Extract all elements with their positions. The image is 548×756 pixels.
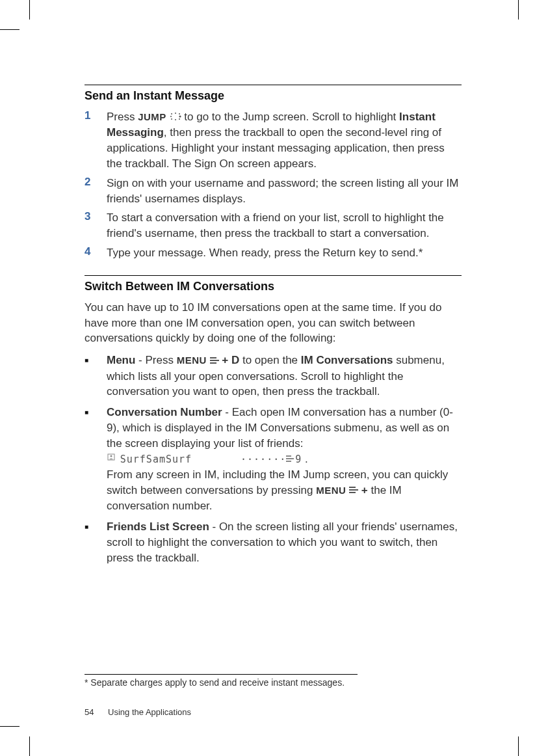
menu-small-icon — [286, 452, 295, 467]
svg-rect-13 — [286, 455, 291, 457]
crop-mark — [29, 0, 30, 20]
section-title-send-im: Send an Instant Message — [85, 89, 462, 103]
section-title-switch: Switch Between IM Conversations — [85, 280, 462, 293]
step-body: To start a conversation with a friend on… — [107, 210, 462, 241]
sample-number: 9 — [295, 453, 302, 465]
svg-rect-18 — [349, 492, 356, 493]
step-3: 3 To start a conversation with a friend … — [85, 210, 462, 241]
svg-rect-10 — [210, 362, 216, 364]
svg-point-12 — [111, 455, 112, 457]
bullet-body: Menu - Press MENU + D to open the IM Con… — [107, 353, 462, 399]
menu-key-label: MENU — [316, 485, 346, 496]
chapter-name: Using the Applications — [108, 707, 191, 717]
bullet-friends-list: ■ Friends List Screen - On the screen li… — [85, 519, 462, 565]
section-intro: You can have up to 10 IM conversations o… — [85, 300, 462, 346]
bullet-list: ■ Menu - Press MENU + D to open the IM C… — [85, 353, 462, 565]
bullet-body: Friends List Screen - On the screen list… — [107, 519, 462, 565]
svg-rect-9 — [210, 360, 219, 361]
footnote-rule — [85, 674, 358, 675]
step-1: 1 Press JUMP to go to the Jump screen. S… — [85, 109, 462, 172]
buddy-icon — [107, 452, 117, 467]
svg-rect-14 — [286, 458, 294, 459]
steps-list: 1 Press JUMP to go to the Jump screen. S… — [85, 109, 462, 261]
svg-rect-8 — [210, 357, 216, 358]
crop-mark — [0, 29, 20, 30]
conversation-number-label: Conversation Number — [107, 406, 222, 418]
bullet-conversation-number: ■ Conversation Number - Each open IM con… — [85, 405, 462, 514]
bullet-icon: ■ — [85, 405, 107, 514]
footnote-text: * Separate charges apply to send and rec… — [85, 677, 462, 688]
crop-mark — [518, 736, 519, 756]
svg-point-5 — [171, 118, 172, 120]
svg-point-1 — [175, 113, 176, 114]
bullet-body: Conversation Number - Each open IM conve… — [107, 405, 462, 514]
step-body: Type your message. When ready, press the… — [107, 245, 423, 261]
svg-rect-16 — [349, 487, 356, 488]
page-content: Send an Instant Message 1 Press JUMP to … — [85, 85, 462, 571]
im-conversations-label: IM Conversations — [301, 354, 393, 366]
crop-mark — [518, 0, 519, 20]
bullet-icon: ■ — [85, 353, 107, 399]
step-body: Press JUMP to go to the Jump screen. Scr… — [107, 109, 462, 172]
svg-point-7 — [179, 118, 180, 120]
step-number: 2 — [85, 176, 107, 207]
page-number-line: 54 Using the Applications — [85, 707, 462, 717]
menu-key-label: MENU — [177, 355, 207, 366]
svg-point-0 — [171, 113, 172, 115]
bullet-icon: ■ — [85, 519, 107, 565]
crop-mark — [29, 736, 30, 756]
sample-username: SurfSamSurf — [120, 453, 192, 465]
jump-icon — [170, 110, 181, 126]
menu-icon — [210, 353, 219, 369]
svg-rect-15 — [286, 461, 291, 462]
svg-rect-17 — [349, 489, 358, 491]
section-rule — [85, 85, 462, 85]
menu-icon — [349, 483, 358, 498]
menu-label: Menu — [107, 354, 135, 366]
bullet-menu: ■ Menu - Press MENU + D to open the IM C… — [85, 353, 462, 399]
step-body: Sign on with your username and password;… — [107, 176, 462, 207]
page-number: 54 — [85, 707, 94, 717]
friends-list-label: Friends List Screen — [107, 520, 209, 533]
jump-key-label: JUMP — [138, 111, 166, 122]
section-rule — [85, 275, 462, 276]
svg-point-6 — [175, 119, 176, 120]
svg-point-3 — [170, 116, 172, 117]
step-number: 3 — [85, 210, 107, 241]
step-2: 2 Sign on with your username and passwor… — [85, 176, 462, 207]
svg-point-2 — [179, 113, 180, 115]
step-4: 4 Type your message. When ready, press t… — [85, 245, 462, 261]
sample-dots: ······· — [195, 453, 286, 465]
page-footer: * Separate charges apply to send and rec… — [85, 668, 462, 717]
step-number: 1 — [85, 109, 107, 172]
crop-mark — [0, 726, 20, 727]
step-number: 4 — [85, 245, 107, 261]
